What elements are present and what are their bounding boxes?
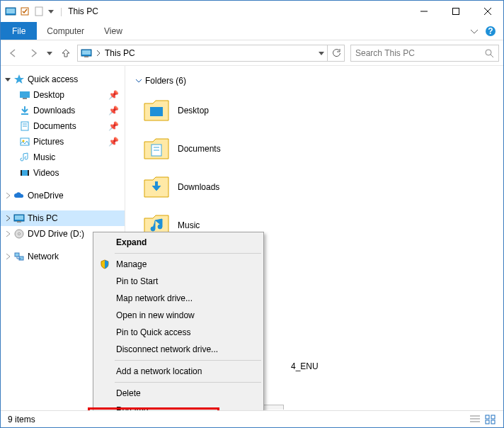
ctx-map-drive[interactable]: Map network drive... (95, 290, 262, 307)
svg-rect-31 (15, 253, 19, 257)
pin-icon: 📌 (108, 137, 119, 147)
svg-rect-16 (23, 98, 27, 99)
status-bar: 9 items (1, 410, 503, 427)
svg-point-13 (486, 50, 491, 55)
separator (115, 253, 261, 254)
pc-icon (81, 47, 92, 59)
maximize-button[interactable] (440, 1, 471, 21)
folder-documents[interactable]: Documents (135, 131, 318, 167)
tree-documents[interactable]: Documents📌 (1, 118, 125, 134)
documents-folder-icon (142, 135, 171, 163)
svg-rect-56 (491, 420, 495, 424)
group-folders-header[interactable]: Folders (6) (135, 76, 493, 86)
music-icon (19, 152, 30, 163)
view-large-icon[interactable] (485, 415, 496, 424)
ribbon: File Computer View ? (1, 22, 503, 40)
minimize-button[interactable] (408, 1, 440, 21)
qat-new-icon[interactable] (33, 6, 45, 17)
ctx-pin-qa[interactable]: Pin to Quick access (95, 324, 262, 341)
tree-videos[interactable]: Videos (1, 165, 125, 181)
chevron-down-icon (135, 77, 142, 84)
ctx-pin-start[interactable]: Pin to Start (95, 273, 262, 290)
separator: | (60, 6, 62, 16)
svg-text:?: ? (488, 26, 493, 36)
title-bar: | This PC (1, 1, 503, 22)
shield-icon (99, 259, 110, 270)
svg-rect-28 (17, 221, 21, 223)
computer-tab[interactable]: Computer (37, 22, 94, 40)
svg-point-30 (18, 233, 21, 235)
up-button[interactable] (57, 45, 74, 62)
videos-icon (19, 167, 30, 179)
context-menu: Expand Manage Pin to Start Map network d… (93, 232, 264, 428)
qat-dropdown-icon[interactable] (47, 6, 55, 17)
folder-downloads[interactable]: Downloads (135, 169, 318, 205)
svg-rect-54 (491, 415, 495, 419)
ribbon-expand-icon[interactable] (471, 28, 478, 35)
back-button[interactable] (5, 45, 22, 62)
documents-icon (19, 120, 30, 132)
search-input[interactable] (355, 48, 484, 58)
search-box[interactable] (350, 45, 499, 62)
svg-line-14 (491, 55, 493, 57)
address-bar[interactable]: This PC (77, 45, 328, 62)
pin-icon: 📌 (108, 106, 119, 116)
view-details-icon[interactable] (469, 415, 481, 424)
separator (115, 360, 261, 361)
desktop-icon (19, 89, 30, 101)
download-icon (19, 105, 30, 116)
ctx-expand[interactable]: Expand (95, 234, 262, 251)
window-controls (408, 1, 503, 21)
search-icon (484, 48, 494, 58)
refresh-button[interactable] (328, 45, 345, 62)
drive-truncated-label: 4_ENU (291, 361, 319, 371)
svg-rect-5 (452, 9, 459, 15)
svg-rect-12 (84, 56, 88, 57)
tree-music[interactable]: Music (1, 150, 125, 165)
status-items: 9 items (8, 415, 35, 424)
app-icon (5, 6, 16, 17)
window-title: This PC (68, 6, 98, 16)
view-tab[interactable]: View (94, 22, 132, 40)
file-tab[interactable]: File (1, 22, 37, 40)
ctx-disconnect[interactable]: Disconnect network drive... (95, 341, 262, 358)
cloud-icon (13, 190, 25, 201)
ctx-open-new[interactable]: Open in new window (95, 307, 262, 324)
pin-icon: 📌 (108, 90, 119, 100)
ctx-manage[interactable]: Manage (95, 256, 262, 273)
svg-rect-55 (486, 420, 489, 424)
separator (115, 382, 261, 383)
qat-properties-icon[interactable] (19, 6, 30, 17)
tree-quick-access[interactable]: Quick access (1, 72, 125, 87)
folder-desktop[interactable]: Desktop (135, 93, 318, 128)
tree-onedrive[interactable]: OneDrive (1, 188, 125, 203)
ctx-add-location[interactable]: Add a network location (95, 363, 262, 380)
tree-this-pc[interactable]: This PC (1, 210, 125, 226)
ctx-delete[interactable]: Delete (95, 385, 262, 402)
forward-button[interactable] (25, 45, 42, 62)
nav-bar: This PC (1, 40, 503, 66)
disc-icon (13, 228, 25, 240)
tree-desktop[interactable]: Desktop📌 (1, 87, 125, 103)
tree-pictures[interactable]: Pictures📌 (1, 134, 125, 150)
address-dropdown-icon[interactable] (319, 50, 324, 56)
chevron-right-icon (96, 50, 101, 56)
pc-icon (13, 213, 25, 224)
svg-rect-1 (6, 9, 15, 13)
help-icon[interactable]: ? (485, 26, 496, 37)
svg-rect-3 (35, 7, 42, 16)
svg-rect-25 (28, 170, 29, 176)
star-icon (13, 74, 25, 85)
recent-dropdown[interactable] (45, 45, 55, 62)
svg-rect-53 (486, 415, 489, 419)
tree-downloads[interactable]: Downloads📌 (1, 103, 125, 118)
desktop-folder-icon (142, 96, 171, 125)
svg-rect-11 (82, 50, 91, 55)
close-button[interactable] (471, 1, 503, 21)
svg-rect-35 (150, 107, 163, 116)
address-text: This PC (105, 48, 314, 58)
network-icon (13, 251, 25, 262)
svg-rect-15 (20, 91, 30, 98)
pictures-icon (19, 136, 30, 147)
downloads-folder-icon (142, 173, 171, 201)
